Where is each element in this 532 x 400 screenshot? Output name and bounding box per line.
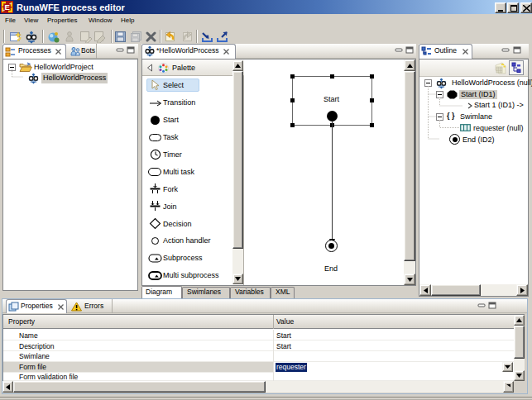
svg-text:E: E bbox=[4, 2, 9, 12]
